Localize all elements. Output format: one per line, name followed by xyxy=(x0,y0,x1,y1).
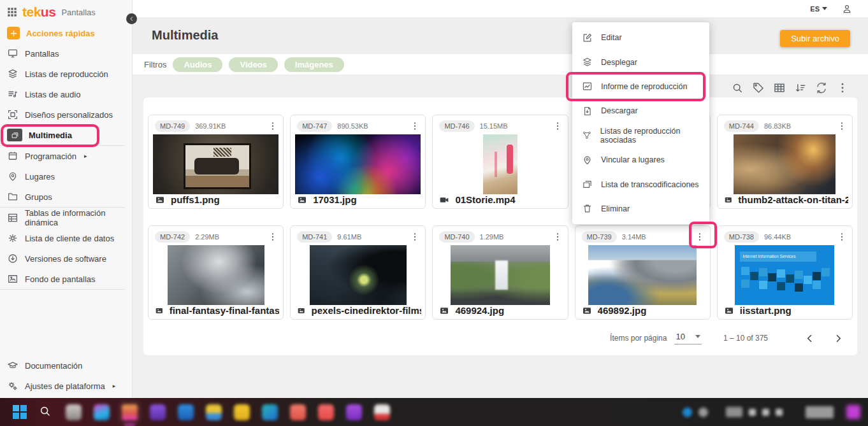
items-per-page-select[interactable]: 10 xyxy=(674,332,701,344)
taskbar-app-icon[interactable] xyxy=(290,404,306,420)
menu-item-descargar[interactable]: Descargar xyxy=(572,99,709,123)
tray-clock[interactable] xyxy=(806,406,834,418)
page-header: Multimedia Subir archivo xyxy=(133,17,868,54)
card-menu-button[interactable] xyxy=(837,232,847,242)
refresh-icon[interactable] xyxy=(815,82,828,94)
sidebar-bottom: Documentación Ajustes de plataforma ▸ xyxy=(0,355,132,396)
media-card[interactable]: MD-74486.83KB thumb2-attack-on-titan-2-4… xyxy=(717,115,853,209)
card-menu-button-md-739[interactable] xyxy=(695,232,705,242)
sidebar-item-multimedia[interactable]: Multimedia xyxy=(0,125,132,145)
card-menu-button[interactable] xyxy=(410,232,420,242)
card-menu-button[interactable] xyxy=(410,121,420,131)
filter-chip-videos[interactable]: Videos xyxy=(229,57,277,72)
media-card[interactable]: MD-747890.53KB 17031.jpg xyxy=(290,115,426,209)
taskbar-app-icon-active[interactable] xyxy=(122,404,138,420)
media-stack-icon xyxy=(582,179,593,190)
sidebar-item-fondo-pantallas[interactable]: Fondo de pantallas xyxy=(0,269,132,289)
brand-logo: tekus xyxy=(22,4,55,20)
taskbar-app-icon[interactable] xyxy=(318,404,334,420)
sidebar-item-disenos-personalizados[interactable]: Diseños personalizados xyxy=(0,104,132,125)
sort-icon[interactable] xyxy=(794,82,807,94)
next-page-button[interactable] xyxy=(832,332,844,344)
kebab-icon xyxy=(268,121,278,131)
tray-icon[interactable] xyxy=(698,408,708,417)
sidebar-item-pantallas[interactable]: Pantallas xyxy=(0,43,132,64)
sidebar-item-versiones-software[interactable]: Versiones de software xyxy=(0,248,132,269)
thumbnail xyxy=(310,245,407,305)
media-card-md-739[interactable]: MD-7393.14MB 469892.jpg xyxy=(575,225,711,320)
filename: 17031.jpg xyxy=(313,194,356,205)
tray-icon[interactable] xyxy=(762,409,769,416)
sidebar-collapse-button[interactable] xyxy=(126,13,137,24)
card-menu-button[interactable] xyxy=(268,232,278,242)
sidebar-item-tablas-informacion-dinamica[interactable]: Tablas de información dinámica xyxy=(0,208,132,228)
layers-icon xyxy=(582,57,593,67)
taskbar-app-icon[interactable] xyxy=(346,404,362,420)
file-size: 9.61MB xyxy=(337,233,361,241)
sidebar-item-listas-de-audio[interactable]: Listas de audio xyxy=(0,84,132,104)
sidebar-item-lista-cliente-datos[interactable]: Lista de cliente de datos xyxy=(0,228,132,248)
media-card[interactable]: MD-73896.44KB Internet Information Servi… xyxy=(717,225,853,320)
taskbar-app-icon[interactable] xyxy=(234,404,250,420)
tag-icon[interactable] xyxy=(752,82,765,94)
filename: 01Storie.mp4 xyxy=(455,194,515,205)
sidebar-item-documentacion[interactable]: Documentación xyxy=(0,355,132,376)
image-icon xyxy=(155,306,164,316)
media-id-badge: MD-740 xyxy=(439,231,474,243)
filter-bar: Filtros Audios Videos Imágenes xyxy=(133,54,868,75)
system-tray xyxy=(683,398,868,426)
menu-item-vincular-a-lugares[interactable]: Vincular a lugares xyxy=(572,148,709,172)
media-card[interactable]: MD-7419.61MB pexels-cinedirektor-films-4… xyxy=(290,225,426,320)
card-menu-button[interactable] xyxy=(553,232,563,242)
sidebar-item-listas-de-reproduccion[interactable]: Listas de reproducción xyxy=(0,64,132,84)
sidebar-item-lugares[interactable]: Lugares xyxy=(0,166,132,187)
taskbar-app-icon[interactable] xyxy=(206,404,222,420)
search-icon[interactable] xyxy=(731,82,744,94)
more-options-icon[interactable] xyxy=(836,82,849,94)
sidebar-item-ajustes-plataforma[interactable]: Ajustes de plataforma ▸ xyxy=(0,376,132,396)
table-view-icon[interactable] xyxy=(773,82,786,94)
media-card[interactable]: MD-7422.29MB final-fantasy-final-fantasy… xyxy=(148,225,284,320)
tray-language-indicator[interactable] xyxy=(726,407,742,417)
image-icon xyxy=(155,195,165,205)
menu-item-informe-de-reproduccion[interactable]: Informe de reproducción xyxy=(572,75,709,99)
taskbar-app-icon[interactable] xyxy=(150,404,166,420)
language-selector[interactable]: ES xyxy=(810,5,827,13)
tray-icon[interactable] xyxy=(776,409,783,416)
sidebar-item-programacion[interactable]: Programación ▸ xyxy=(0,146,132,166)
calendar-icon xyxy=(7,150,18,162)
card-menu-button[interactable] xyxy=(268,121,278,131)
taskbar-search-button[interactable] xyxy=(38,404,52,420)
filter-chip-audios[interactable]: Audios xyxy=(173,57,222,72)
sidebar-item-acciones-rapidas[interactable]: Acciones rápidas xyxy=(0,23,132,43)
tray-icon[interactable] xyxy=(683,408,692,417)
media-card[interactable]: MD-7401.29MB 469924.jpg xyxy=(432,225,568,320)
taskbar-app-icon[interactable] xyxy=(66,404,82,420)
card-menu-button[interactable] xyxy=(837,121,847,131)
monitor-icon xyxy=(7,48,18,59)
tray-notification-button[interactable] xyxy=(846,405,860,419)
windows-start-button[interactable] xyxy=(13,405,27,419)
taskbar-app-icon[interactable] xyxy=(262,404,278,420)
taskbar-app-icon[interactable] xyxy=(374,404,390,420)
upload-button[interactable]: Subir archivo xyxy=(780,30,850,47)
menu-item-desplegar[interactable]: Desplegar xyxy=(572,50,709,74)
card-menu-button[interactable] xyxy=(553,121,563,131)
sidebar-item-grupos[interactable]: Grupos xyxy=(0,187,132,207)
media-card[interactable]: MD-749369.91KB puffs1.png xyxy=(148,115,284,209)
taskbar-app-icon[interactable] xyxy=(178,404,194,420)
apps-grid-icon[interactable] xyxy=(6,6,18,18)
filter-chip-imagenes[interactable]: Imágenes xyxy=(284,57,344,72)
tray-icon[interactable] xyxy=(749,409,756,416)
taskbar-app-icon[interactable] xyxy=(94,404,110,420)
menu-item-editar[interactable]: Editar xyxy=(572,25,709,50)
media-card[interactable]: MD-74615.15MB 01Storie.mp4 xyxy=(432,115,568,209)
menu-item-lista-transcodificaciones[interactable]: Lista de transcodificaciones xyxy=(572,172,709,196)
menu-item-listas-reproduccion-asociadas[interactable]: Listas de reproducción asociadas xyxy=(572,124,709,148)
media-id-badge: MD-746 xyxy=(439,120,474,132)
filename: 469892.jpg xyxy=(598,305,647,316)
chart-icon xyxy=(582,81,593,92)
previous-page-button[interactable] xyxy=(804,332,816,344)
account-icon[interactable] xyxy=(841,3,853,15)
menu-item-eliminar[interactable]: Eliminar xyxy=(572,197,709,221)
